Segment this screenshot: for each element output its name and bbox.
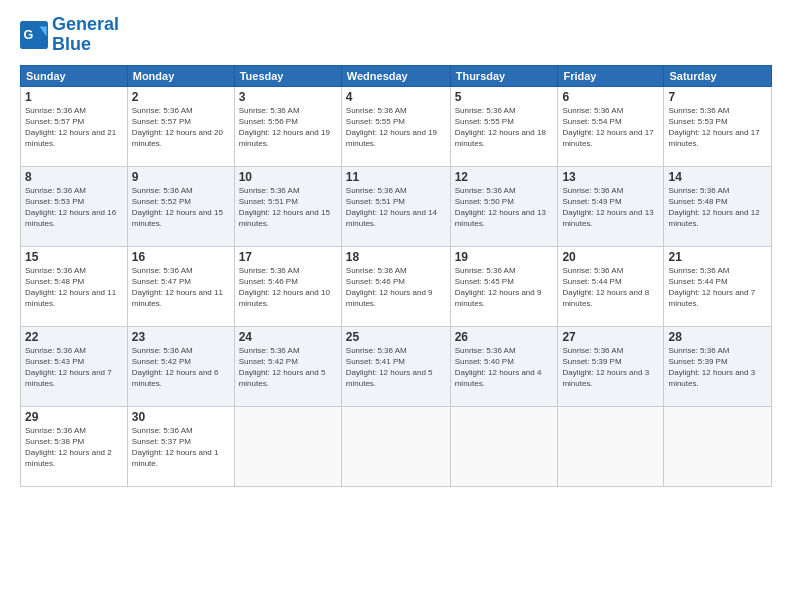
day-number: 2	[132, 90, 230, 104]
day-cell-18: 18Sunrise: 5:36 AMSunset: 5:46 PMDayligh…	[341, 246, 450, 326]
day-info: Sunrise: 5:36 AMSunset: 5:40 PMDaylight:…	[455, 345, 554, 390]
day-number: 1	[25, 90, 123, 104]
day-number: 4	[346, 90, 446, 104]
page: G General Blue SundayMondayTuesdayWednes…	[0, 0, 792, 612]
day-info: Sunrise: 5:36 AMSunset: 5:56 PMDaylight:…	[239, 105, 337, 150]
day-info: Sunrise: 5:36 AMSunset: 5:47 PMDaylight:…	[132, 265, 230, 310]
day-number: 7	[668, 90, 767, 104]
day-info: Sunrise: 5:36 AMSunset: 5:53 PMDaylight:…	[668, 105, 767, 150]
day-info: Sunrise: 5:36 AMSunset: 5:39 PMDaylight:…	[562, 345, 659, 390]
day-info: Sunrise: 5:36 AMSunset: 5:49 PMDaylight:…	[562, 185, 659, 230]
week-row-4: 22Sunrise: 5:36 AMSunset: 5:43 PMDayligh…	[21, 326, 772, 406]
day-number: 20	[562, 250, 659, 264]
logo-icon: G	[20, 21, 48, 49]
day-cell-2: 2Sunrise: 5:36 AMSunset: 5:57 PMDaylight…	[127, 86, 234, 166]
empty-cell	[341, 406, 450, 486]
week-row-5: 29Sunrise: 5:36 AMSunset: 5:38 PMDayligh…	[21, 406, 772, 486]
day-cell-21: 21Sunrise: 5:36 AMSunset: 5:44 PMDayligh…	[664, 246, 772, 326]
day-cell-17: 17Sunrise: 5:36 AMSunset: 5:46 PMDayligh…	[234, 246, 341, 326]
day-cell-19: 19Sunrise: 5:36 AMSunset: 5:45 PMDayligh…	[450, 246, 558, 326]
day-number: 24	[239, 330, 337, 344]
day-number: 17	[239, 250, 337, 264]
day-number: 10	[239, 170, 337, 184]
day-info: Sunrise: 5:36 AMSunset: 5:39 PMDaylight:…	[668, 345, 767, 390]
week-row-3: 15Sunrise: 5:36 AMSunset: 5:48 PMDayligh…	[21, 246, 772, 326]
week-row-2: 8Sunrise: 5:36 AMSunset: 5:53 PMDaylight…	[21, 166, 772, 246]
calendar-table: SundayMondayTuesdayWednesdayThursdayFrid…	[20, 65, 772, 487]
day-info: Sunrise: 5:36 AMSunset: 5:42 PMDaylight:…	[132, 345, 230, 390]
day-info: Sunrise: 5:36 AMSunset: 5:45 PMDaylight:…	[455, 265, 554, 310]
day-cell-6: 6Sunrise: 5:36 AMSunset: 5:54 PMDaylight…	[558, 86, 664, 166]
day-cell-24: 24Sunrise: 5:36 AMSunset: 5:42 PMDayligh…	[234, 326, 341, 406]
weekday-header-thursday: Thursday	[450, 65, 558, 86]
day-number: 6	[562, 90, 659, 104]
day-info: Sunrise: 5:36 AMSunset: 5:37 PMDaylight:…	[132, 425, 230, 470]
day-info: Sunrise: 5:36 AMSunset: 5:41 PMDaylight:…	[346, 345, 446, 390]
day-info: Sunrise: 5:36 AMSunset: 5:48 PMDaylight:…	[25, 265, 123, 310]
weekday-header-monday: Monday	[127, 65, 234, 86]
day-cell-4: 4Sunrise: 5:36 AMSunset: 5:55 PMDaylight…	[341, 86, 450, 166]
day-info: Sunrise: 5:36 AMSunset: 5:54 PMDaylight:…	[562, 105, 659, 150]
day-number: 26	[455, 330, 554, 344]
day-info: Sunrise: 5:36 AMSunset: 5:51 PMDaylight:…	[239, 185, 337, 230]
day-cell-12: 12Sunrise: 5:36 AMSunset: 5:50 PMDayligh…	[450, 166, 558, 246]
empty-cell	[234, 406, 341, 486]
day-cell-7: 7Sunrise: 5:36 AMSunset: 5:53 PMDaylight…	[664, 86, 772, 166]
day-info: Sunrise: 5:36 AMSunset: 5:53 PMDaylight:…	[25, 185, 123, 230]
day-number: 11	[346, 170, 446, 184]
day-number: 21	[668, 250, 767, 264]
day-info: Sunrise: 5:36 AMSunset: 5:55 PMDaylight:…	[346, 105, 446, 150]
day-cell-3: 3Sunrise: 5:36 AMSunset: 5:56 PMDaylight…	[234, 86, 341, 166]
day-number: 3	[239, 90, 337, 104]
day-number: 13	[562, 170, 659, 184]
day-cell-30: 30Sunrise: 5:36 AMSunset: 5:37 PMDayligh…	[127, 406, 234, 486]
logo-text: General Blue	[52, 15, 119, 55]
logo: G General Blue	[20, 15, 119, 55]
day-cell-14: 14Sunrise: 5:36 AMSunset: 5:48 PMDayligh…	[664, 166, 772, 246]
day-info: Sunrise: 5:36 AMSunset: 5:48 PMDaylight:…	[668, 185, 767, 230]
day-number: 16	[132, 250, 230, 264]
day-info: Sunrise: 5:36 AMSunset: 5:46 PMDaylight:…	[239, 265, 337, 310]
day-info: Sunrise: 5:36 AMSunset: 5:46 PMDaylight:…	[346, 265, 446, 310]
day-cell-26: 26Sunrise: 5:36 AMSunset: 5:40 PMDayligh…	[450, 326, 558, 406]
day-number: 15	[25, 250, 123, 264]
day-number: 23	[132, 330, 230, 344]
day-number: 9	[132, 170, 230, 184]
day-cell-1: 1Sunrise: 5:36 AMSunset: 5:57 PMDaylight…	[21, 86, 128, 166]
weekday-header-wednesday: Wednesday	[341, 65, 450, 86]
day-cell-9: 9Sunrise: 5:36 AMSunset: 5:52 PMDaylight…	[127, 166, 234, 246]
day-info: Sunrise: 5:36 AMSunset: 5:44 PMDaylight:…	[668, 265, 767, 310]
day-info: Sunrise: 5:36 AMSunset: 5:57 PMDaylight:…	[25, 105, 123, 150]
day-info: Sunrise: 5:36 AMSunset: 5:57 PMDaylight:…	[132, 105, 230, 150]
day-info: Sunrise: 5:36 AMSunset: 5:55 PMDaylight:…	[455, 105, 554, 150]
day-cell-29: 29Sunrise: 5:36 AMSunset: 5:38 PMDayligh…	[21, 406, 128, 486]
day-cell-22: 22Sunrise: 5:36 AMSunset: 5:43 PMDayligh…	[21, 326, 128, 406]
weekday-header-friday: Friday	[558, 65, 664, 86]
day-number: 25	[346, 330, 446, 344]
day-number: 5	[455, 90, 554, 104]
header: G General Blue	[20, 15, 772, 55]
day-cell-11: 11Sunrise: 5:36 AMSunset: 5:51 PMDayligh…	[341, 166, 450, 246]
weekday-header-tuesday: Tuesday	[234, 65, 341, 86]
day-info: Sunrise: 5:36 AMSunset: 5:52 PMDaylight:…	[132, 185, 230, 230]
day-info: Sunrise: 5:36 AMSunset: 5:51 PMDaylight:…	[346, 185, 446, 230]
empty-cell	[664, 406, 772, 486]
day-number: 14	[668, 170, 767, 184]
day-number: 22	[25, 330, 123, 344]
day-number: 28	[668, 330, 767, 344]
day-number: 27	[562, 330, 659, 344]
day-cell-16: 16Sunrise: 5:36 AMSunset: 5:47 PMDayligh…	[127, 246, 234, 326]
day-info: Sunrise: 5:36 AMSunset: 5:50 PMDaylight:…	[455, 185, 554, 230]
day-number: 18	[346, 250, 446, 264]
day-number: 30	[132, 410, 230, 424]
day-cell-8: 8Sunrise: 5:36 AMSunset: 5:53 PMDaylight…	[21, 166, 128, 246]
day-cell-13: 13Sunrise: 5:36 AMSunset: 5:49 PMDayligh…	[558, 166, 664, 246]
day-number: 29	[25, 410, 123, 424]
empty-cell	[558, 406, 664, 486]
svg-text:G: G	[24, 28, 34, 42]
empty-cell	[450, 406, 558, 486]
day-cell-27: 27Sunrise: 5:36 AMSunset: 5:39 PMDayligh…	[558, 326, 664, 406]
day-cell-23: 23Sunrise: 5:36 AMSunset: 5:42 PMDayligh…	[127, 326, 234, 406]
week-row-1: 1Sunrise: 5:36 AMSunset: 5:57 PMDaylight…	[21, 86, 772, 166]
day-cell-5: 5Sunrise: 5:36 AMSunset: 5:55 PMDaylight…	[450, 86, 558, 166]
